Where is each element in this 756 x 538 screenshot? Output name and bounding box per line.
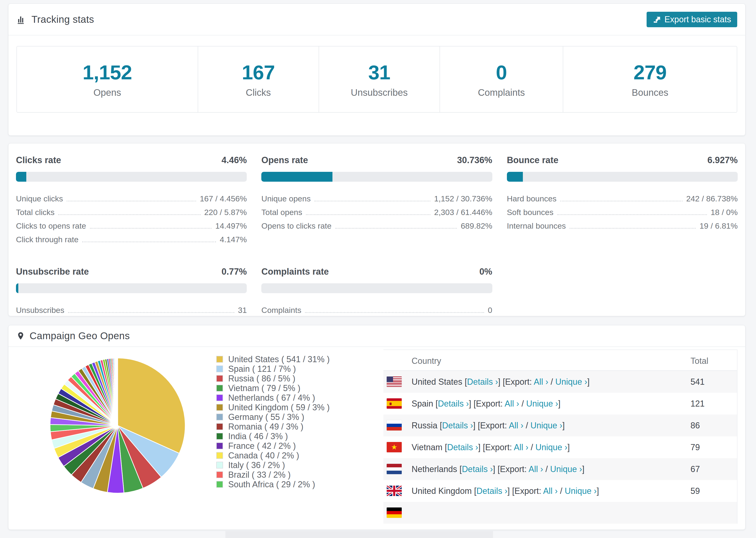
- export-unique-link-vietnam[interactable]: Unique ›: [536, 443, 567, 452]
- complaints-rate-value: 0%: [479, 267, 492, 277]
- clicks-rate-rows: Unique clicks167 / 4.456%Total clicks220…: [16, 190, 247, 245]
- table-row-partial: [383, 502, 737, 524]
- dotted-leader: [67, 201, 196, 201]
- export-all-link-spain[interactable]: All ›: [505, 399, 519, 408]
- dotted-leader: [314, 201, 430, 201]
- rate-row-complaints: Complaints0: [261, 302, 492, 316]
- stat-cell-bounces: 279Bounces: [563, 46, 737, 112]
- details-link-united-kingdom[interactable]: Details ›: [476, 486, 507, 496]
- pie-slice-47[interactable]: [117, 358, 118, 426]
- legend-label: United States ( 541 / 31% ): [228, 354, 330, 364]
- stat-label-unsubscribes: Unsubscribes: [351, 87, 407, 98]
- legend-swatch: [216, 433, 223, 440]
- stat-cell-unsubscribes: 31Unsubscribes: [319, 46, 440, 112]
- rate-row-value: 4.147%: [220, 235, 247, 245]
- rate-row-label: Total clicks: [16, 208, 54, 218]
- rate-row-opens-to-clicks-rate: Opens to clicks rate689.82%: [261, 218, 492, 232]
- export-unique-link-russia[interactable]: Unique ›: [530, 421, 562, 430]
- total-cell: 86: [690, 421, 700, 430]
- opens-rate-value: 30.736%: [457, 155, 492, 165]
- rate-row-value: 2,303 / 61.446%: [434, 208, 492, 218]
- rate-row-unsubscribes: Unsubscribes31: [16, 302, 247, 316]
- export-all-link-united-states[interactable]: All ›: [534, 377, 548, 387]
- dotted-leader: [306, 214, 430, 215]
- geo-pie-chart[interactable]: [45, 353, 190, 498]
- rate-row-value: 167 / 4.456%: [200, 194, 247, 204]
- details-link-netherlands[interactable]: Details ›: [462, 464, 493, 474]
- stat-cell-opens: 1,152Opens: [17, 46, 198, 112]
- details-link-russia[interactable]: Details ›: [442, 421, 473, 430]
- details-link-spain[interactable]: Details ›: [438, 399, 469, 408]
- tracking-stats-header: Tracking stats Export basic stats: [9, 4, 745, 35]
- legend-swatch: [216, 356, 223, 363]
- legend-item-russia: Russia ( 86 / 5% ): [216, 374, 330, 383]
- country-cell: Netherlands [Details ›] [Export: All › /…: [411, 464, 584, 474]
- clicks-rate-block: Clicks rate4.46%Unique clicks167 / 4.456…: [16, 155, 247, 245]
- legend-label: Russia ( 86 / 5% ): [228, 374, 296, 384]
- details-link-vietnam[interactable]: Details ›: [447, 443, 478, 452]
- export-all-link-russia[interactable]: All ›: [509, 421, 523, 430]
- export-unique-link-netherlands[interactable]: Unique ›: [550, 464, 582, 474]
- es-emblem: [390, 403, 392, 405]
- dotted-leader: [569, 228, 696, 229]
- stat-label-bounces: Bounces: [632, 87, 669, 98]
- legend-label: France ( 42 / 2% ): [228, 441, 296, 451]
- rate-row-value: 689.82%: [460, 221, 492, 232]
- export-unique-link-spain[interactable]: Unique ›: [526, 399, 558, 408]
- geo-table: Country Total United States [Details ›] …: [383, 350, 737, 524]
- stats-row: 1,152Opens167Clicks31Unsubscribes0Compla…: [17, 46, 737, 113]
- rate-row-label: Unsubscribes: [16, 306, 64, 316]
- rates-card: Clicks rate4.46%Unique clicks167 / 4.456…: [8, 143, 745, 316]
- rate-row-label: Hard bounces: [507, 194, 557, 204]
- export-all-link-united-kingdom[interactable]: All ›: [543, 486, 558, 496]
- export-all-link-vietnam[interactable]: All ›: [514, 443, 528, 452]
- clicks-rate-head: Clicks rate4.46%: [16, 155, 247, 165]
- legend-swatch: [216, 365, 223, 372]
- total-cell: 59: [690, 486, 700, 496]
- legend-label: South Africa ( 29 / 2% ): [228, 480, 315, 489]
- rate-row-soft-bounces: Soft bounces18 / 0%: [507, 204, 738, 218]
- country-cell: Spain [Details ›] [Export: All › / Uniqu…: [411, 399, 561, 409]
- dotted-leader: [560, 201, 682, 201]
- opens-rate-head: Opens rate30.736%: [261, 155, 492, 165]
- table-row-netherlands: Netherlands [Details ›] [Export: All › /…: [383, 458, 737, 480]
- tracking-stats-card: Tracking stats Export basic stats 1,152O…: [8, 4, 745, 136]
- rate-row-value: 14.497%: [215, 221, 247, 232]
- us-canton: [387, 377, 393, 382]
- opens-rate-block: Opens rate30.736%Unique opens1,152 / 30.…: [261, 155, 492, 245]
- legend-label: Brazil ( 33 / 2% ): [228, 470, 291, 480]
- rate-row-value: 19 / 6.81%: [699, 221, 738, 232]
- table-row-vietnam: ★Vietnam [Details ›] [Export: All › / Un…: [383, 436, 737, 458]
- page-title: Tracking stats: [31, 14, 94, 25]
- bounce-rate-block: Bounce rate6.927%Hard bounces242 / 86.73…: [507, 155, 738, 245]
- bounce-rate-rows: Hard bounces242 / 86.738%Soft bounces18 …: [507, 190, 738, 232]
- geo-title: Campaign Geo Opens: [29, 330, 130, 342]
- bounce-rate-bar: [507, 172, 738, 182]
- stat-label-opens: Opens: [93, 87, 121, 98]
- rate-row-total-clicks: Total clicks220 / 5.87%: [16, 204, 247, 218]
- opens-rate-bar: [261, 172, 492, 182]
- vn-flag-icon: ★: [387, 442, 402, 452]
- legend-label: Italy ( 36 / 2% ): [228, 460, 285, 470]
- opens-rate-title: Opens rate: [261, 155, 308, 165]
- legend-item-romania: Romania ( 49 / 3% ): [216, 422, 330, 431]
- legend-item-united-kingdom: United Kingdom ( 59 / 3% ): [216, 403, 330, 412]
- bounce-rate-title: Bounce rate: [507, 155, 559, 165]
- rate-row-label: Internal bounces: [507, 221, 566, 232]
- rate-row-unique-opens: Unique opens1,152 / 30.736%: [261, 190, 492, 204]
- unsubscribe-rate-title: Unsubscribe rate: [16, 267, 89, 277]
- details-link-united-states[interactable]: Details ›: [467, 377, 498, 387]
- complaints-rate-rows: Complaints0: [261, 302, 492, 316]
- legend-label: India ( 46 / 3% ): [228, 431, 288, 441]
- stat-value-clicks: 167: [242, 61, 275, 84]
- bounce-rate-value: 6.927%: [707, 155, 738, 165]
- export-unique-link-united-states[interactable]: Unique ›: [555, 377, 587, 387]
- export-unique-link-united-kingdom[interactable]: Unique ›: [565, 486, 597, 496]
- export-basic-stats-button[interactable]: Export basic stats: [647, 12, 737, 27]
- unsubscribe-rate-head: Unsubscribe rate0.77%: [16, 267, 247, 277]
- legend-item-germany: Germany ( 55 / 3% ): [216, 412, 330, 422]
- rate-row-total-opens: Total opens2,303 / 61.446%: [261, 204, 492, 218]
- export-all-link-netherlands[interactable]: All ›: [528, 464, 543, 474]
- rate-row-value: 242 / 86.738%: [686, 194, 738, 204]
- legend-label: Netherlands ( 67 / 4% ): [228, 393, 315, 403]
